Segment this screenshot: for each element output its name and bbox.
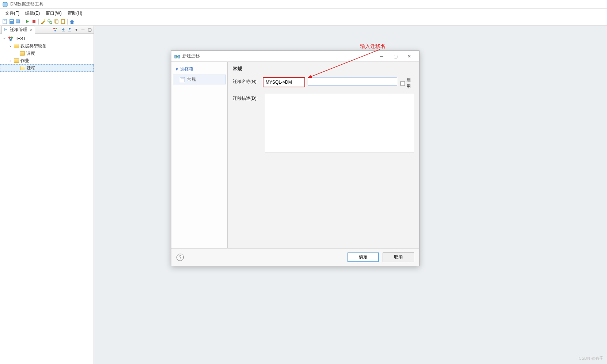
folder-icon [14,58,19,63]
form-section-title: 常规 [233,65,414,72]
panel-title: 迁移管理 [10,27,27,33]
migration-name-input-highlighted[interactable] [263,78,304,87]
save-all-icon[interactable] [15,19,21,24]
migrate-icon [4,27,8,32]
tree-root-label: TEST [15,36,26,41]
tree-label: 调度 [26,50,35,57]
panel-header: 迁移管理 ✕ ▾ ─ ▢ [0,26,94,34]
svg-point-17 [53,28,55,29]
dialog-footer: ? 确定 取消 [171,248,419,266]
svg-rect-8 [33,20,35,23]
twisty-icon[interactable]: ﹀ [2,36,7,41]
separator [23,19,23,24]
separator [38,19,39,24]
maximize-icon[interactable]: ▢ [388,52,402,61]
enable-checkbox[interactable] [400,81,405,86]
svg-rect-4 [10,20,13,21]
export-icon[interactable] [67,27,72,32]
tree-node-mapping[interactable]: › 数据类型映射 [0,42,94,50]
panel-tab[interactable]: 迁移管理 ✕ [1,26,35,34]
link-icon[interactable] [47,19,53,24]
svg-point-22 [10,39,12,41]
svg-point-21 [11,37,13,39]
nav-item-general[interactable]: 常规 [173,75,226,84]
home-icon[interactable] [69,19,75,24]
folder-open-icon [20,66,25,70]
dialog-form: 常规 迁移名称(N): 启用 迁移描述(D): [228,62,419,248]
tree-node-job[interactable]: › 作业 [0,57,94,64]
folder-icon [20,51,25,56]
ok-button[interactable]: 确定 [348,253,379,262]
svg-point-18 [56,28,57,29]
menu-window[interactable]: 窗口(W) [43,10,64,17]
nav-section-header[interactable]: ▼ 选择项 [171,65,227,74]
minimize-icon[interactable]: ─ [375,52,388,61]
svg-point-9 [44,19,45,21]
desc-label: 迁移描述(D): [233,94,262,102]
copy-icon[interactable] [53,19,59,24]
collapse-arrow-icon: ▼ [175,67,179,71]
enable-label: 启用 [406,77,414,90]
dialog-title: 新建迁移 [182,53,200,59]
migration-desc-input[interactable] [265,94,414,152]
new-icon[interactable] [2,19,8,24]
nav-item-label: 常规 [187,76,196,83]
tree-label: 数据类型映射 [20,43,47,49]
svg-rect-13 [56,20,58,23]
app-title: DM数据迁移工具 [10,1,43,7]
maximize-panel-icon[interactable]: ▢ [87,27,92,32]
dialog-titlebar: 新建迁移 ─ ▢ ✕ [171,51,419,62]
twisty-icon[interactable]: › [8,44,12,48]
migration-name-input[interactable] [308,77,397,86]
svg-marker-7 [26,20,29,23]
twisty-icon[interactable]: › [8,59,12,63]
menu-edit[interactable]: 编辑(E) [22,10,43,17]
svg-point-20 [8,37,11,39]
cluster-icon[interactable] [53,27,58,32]
highlight-box [263,77,305,87]
tree-label: 迁移 [27,65,35,71]
menubar: 文件(F) 编辑(E) 窗口(W) 帮助(H) [0,9,607,18]
cancel-button[interactable]: 取消 [383,253,414,262]
menu-file[interactable]: 文件(F) [2,10,22,17]
save-icon[interactable] [9,19,15,24]
menu-help[interactable]: 帮助(H) [65,10,86,17]
svg-rect-2 [4,20,5,20]
nav-header-label: 选择项 [180,66,193,72]
svg-point-19 [54,30,56,31]
close-tab-icon[interactable]: ✕ [30,28,33,32]
tree-node-schedule[interactable]: 调度 [0,50,94,57]
wizard-icon[interactable] [40,19,46,24]
title-bar: DM数据迁移工具 [0,0,607,9]
toolbar [0,18,607,26]
close-icon[interactable]: ✕ [402,52,416,61]
cluster-icon [8,36,13,41]
tree-root[interactable]: ﹀ TEST [0,35,94,42]
watermark: CSDN @有孚 [579,356,603,361]
migration-icon [174,53,180,59]
dialog-nav: ▼ 选择项 常规 [171,62,228,248]
tree-node-migration[interactable]: 迁移 [0,64,94,72]
paste-icon[interactable] [60,19,66,24]
dialog-new-migration: 新建迁移 ─ ▢ ✕ ▼ 选择项 常规 常规 迁移名称(N): [171,50,420,266]
sheet-icon [180,77,185,82]
side-panel: 迁移管理 ✕ ▾ ─ ▢ ﹀ TEST › [0,26,94,364]
name-label: 迁移名称(N): [233,77,260,85]
tree: ﹀ TEST › 数据类型映射 调度 › 作业 [0,34,94,364]
svg-rect-6 [16,19,19,23]
folder-icon [14,44,19,48]
help-icon[interactable]: ? [177,254,184,261]
svg-rect-23 [175,55,177,58]
svg-rect-15 [62,20,64,23]
run-icon[interactable] [24,19,30,24]
separator [67,19,68,24]
tree-label: 作业 [20,58,29,64]
minimize-panel-icon[interactable]: ─ [80,27,86,32]
svg-point-10 [48,20,50,22]
app-icon [2,1,8,7]
view-menu-icon[interactable]: ▾ [74,27,79,32]
svg-rect-16 [4,28,5,31]
svg-point-11 [50,22,52,24]
stop-icon[interactable] [31,19,37,24]
import-icon[interactable] [61,27,66,32]
